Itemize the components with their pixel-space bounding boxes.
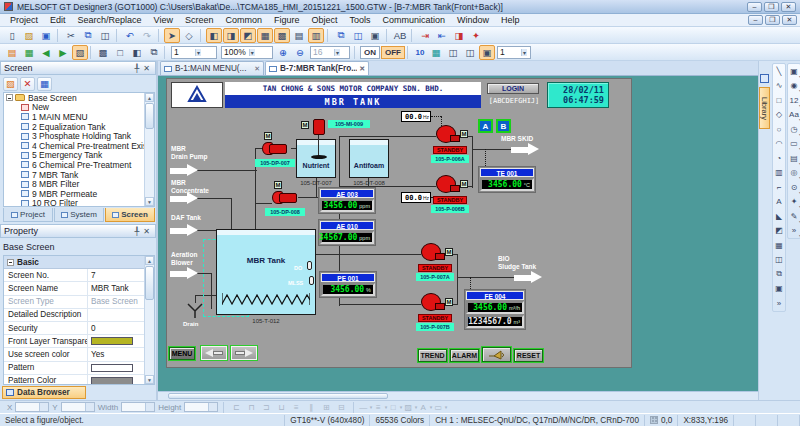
scroll-up-icon[interactable]: ▲ xyxy=(145,93,154,102)
close-tab-icon[interactable]: ✕ xyxy=(357,65,365,73)
read-from-got-button[interactable]: ⇤ xyxy=(434,28,450,43)
window-screen-button[interactable]: ◨ xyxy=(223,28,239,43)
window-tile-button[interactable]: ◫ xyxy=(350,28,366,43)
menu-button[interactable]: MENU xyxy=(169,347,195,360)
object-switch[interactable]: ▣ xyxy=(788,64,800,79)
canvas-horizontal-scrollbar[interactable] xyxy=(158,391,758,400)
separator[interactable] xyxy=(158,29,161,42)
object-clock[interactable]: ◷ xyxy=(788,122,800,137)
company-logo[interactable] xyxy=(171,82,223,108)
figure-rectangle[interactable]: □ xyxy=(773,93,785,108)
figure-piping[interactable]: ⌐ xyxy=(773,180,785,195)
separator[interactable] xyxy=(411,29,414,42)
save-project-button[interactable]: ▣ xyxy=(38,28,54,43)
property-row[interactable]: Screen Type Base Screen xyxy=(4,296,154,309)
text-color-dropdown[interactable]: A xyxy=(419,401,433,413)
property-row[interactable]: Use screen color Yes xyxy=(4,348,154,361)
separator[interactable] xyxy=(327,29,330,42)
object-script[interactable]: ✎ xyxy=(788,209,800,224)
close-panel-icon[interactable]: ✕ xyxy=(141,227,152,236)
alarm-button[interactable]: ALARM xyxy=(450,349,479,362)
menu-item[interactable]: Screen xyxy=(179,14,220,26)
minimize-button[interactable]: – xyxy=(747,2,762,12)
grid-spacing-combo[interactable]: 16 xyxy=(310,46,350,59)
screen-tree-item[interactable]: New xyxy=(4,103,154,113)
back-layer-button[interactable]: ◫ xyxy=(462,45,478,60)
window-cascade-button[interactable]: ⧉ xyxy=(333,28,349,43)
property-row[interactable]: Pattern xyxy=(4,362,154,375)
screen-tree-root[interactable]: Base Screen xyxy=(4,93,154,103)
distribute-h[interactable]: ⊞ xyxy=(319,401,333,413)
base-screen-button[interactable]: ◧ xyxy=(206,28,222,43)
cut-button[interactable]: ✂ xyxy=(63,28,79,43)
new-project-button[interactable]: ▯ xyxy=(4,28,20,43)
align-left[interactable]: ⊏ xyxy=(229,401,243,413)
figure-polyline[interactable]: ∿ xyxy=(773,79,785,94)
comm-setup-button[interactable]: ✦ xyxy=(468,28,484,43)
menu-item[interactable]: Object xyxy=(306,14,344,26)
fill-pattern-dropdown[interactable]: ▨ xyxy=(404,401,418,413)
front-layer-button[interactable]: ◫ xyxy=(445,45,461,60)
write-to-got-button[interactable]: ⇥ xyxy=(417,28,433,43)
separator[interactable] xyxy=(200,29,203,42)
data-browser-tab[interactable]: Data Browser xyxy=(2,386,86,399)
redo-button[interactable]: ↷ xyxy=(139,28,155,43)
zoom-level-combo[interactable]: 100% xyxy=(221,46,273,59)
maximize-button[interactable]: ❐ xyxy=(764,2,779,12)
layer-combo[interactable]: 1 xyxy=(497,46,531,59)
menu-item[interactable]: Project xyxy=(4,14,44,26)
text-style-button[interactable]: AB xyxy=(392,28,408,43)
mdi-minimize-button[interactable]: – xyxy=(748,15,763,25)
align-middle[interactable]: ≡ xyxy=(289,401,303,413)
line-style-dropdown[interactable]: — xyxy=(359,401,373,413)
figure-text[interactable]: A xyxy=(773,195,785,210)
select-mode-button[interactable]: ➤ xyxy=(164,28,180,43)
more-figures[interactable]: » xyxy=(773,296,785,311)
align-bottom[interactable]: ∥ xyxy=(304,401,318,413)
tank-antifoam[interactable]: Antifoam xyxy=(349,139,389,178)
verify-button[interactable]: ◨ xyxy=(451,28,467,43)
window-arrange-button[interactable]: ▣ xyxy=(367,28,383,43)
menu-item[interactable]: Search/Replace xyxy=(72,14,148,26)
scroll-down-icon[interactable]: ▼ xyxy=(145,197,154,206)
menu-item[interactable]: Tools xyxy=(344,14,377,26)
both-layer-button[interactable]: ▣ xyxy=(479,45,495,60)
close-button[interactable]: ✕ xyxy=(781,2,796,12)
screen-tree-item[interactable]: 1 MAIN MENU xyxy=(4,112,154,122)
figure-logo[interactable]: ◣ xyxy=(773,209,785,224)
color-swatch[interactable] xyxy=(91,337,133,345)
screen-tree-item[interactable]: 10 RO Filter xyxy=(4,199,154,207)
do-sensor-icon[interactable] xyxy=(307,261,312,270)
pump-select-b-button[interactable]: B xyxy=(496,119,511,133)
screen-image-button[interactable]: ▦ xyxy=(21,45,37,60)
y-input[interactable] xyxy=(61,402,95,412)
mixer-105-mi-009[interactable] xyxy=(313,119,325,135)
figure-polygon[interactable]: ◇ xyxy=(773,108,785,123)
align-right[interactable]: ⊐ xyxy=(259,401,273,413)
grid-dropdown[interactable]: ▩ xyxy=(95,45,111,60)
mdi-close-button[interactable]: ✕ xyxy=(782,15,797,25)
figure-image[interactable]: ▦ xyxy=(773,238,785,253)
pump-select-a-button[interactable]: A xyxy=(478,119,493,133)
screen-tree-item[interactable]: 4 Chemical Pre-treatment Existing xyxy=(4,141,154,151)
tab-b7-mbr-tank[interactable]: B-7:MBR Tank(Fro... ✕ xyxy=(265,61,369,75)
distribute-v[interactable]: ⊟ xyxy=(334,401,348,413)
login-button[interactable]: LOGIN xyxy=(487,83,539,94)
more-objects[interactable]: » xyxy=(788,224,800,239)
report-screen-button[interactable]: ◩ xyxy=(240,28,256,43)
figure-capture[interactable]: ⧉ xyxy=(773,267,785,282)
tab-system[interactable]: System xyxy=(54,208,104,222)
tree-scrollbar[interactable]: ▲ ▼ xyxy=(144,93,154,206)
object-comment[interactable]: ▭ xyxy=(788,137,800,152)
object-alarm[interactable]: ⊙ xyxy=(788,180,800,195)
fill-dropdown[interactable]: ◧ xyxy=(129,45,145,60)
object-parts-movement[interactable]: ◎ xyxy=(788,166,800,181)
object-parts-display[interactable]: ▤ xyxy=(788,151,800,166)
next-screen-button[interactable] xyxy=(231,346,257,360)
close-tab-icon[interactable]: ✕ xyxy=(252,65,260,73)
library-tab[interactable]: Library xyxy=(759,87,770,129)
tab-b1-main-menu[interactable]: B-1:MAIN MENU(... ✕ xyxy=(160,61,264,75)
pump-105-dp-008[interactable] xyxy=(272,190,298,206)
mdi-restore-button[interactable]: ❐ xyxy=(765,15,780,25)
figure-import[interactable]: ◫ xyxy=(773,253,785,268)
